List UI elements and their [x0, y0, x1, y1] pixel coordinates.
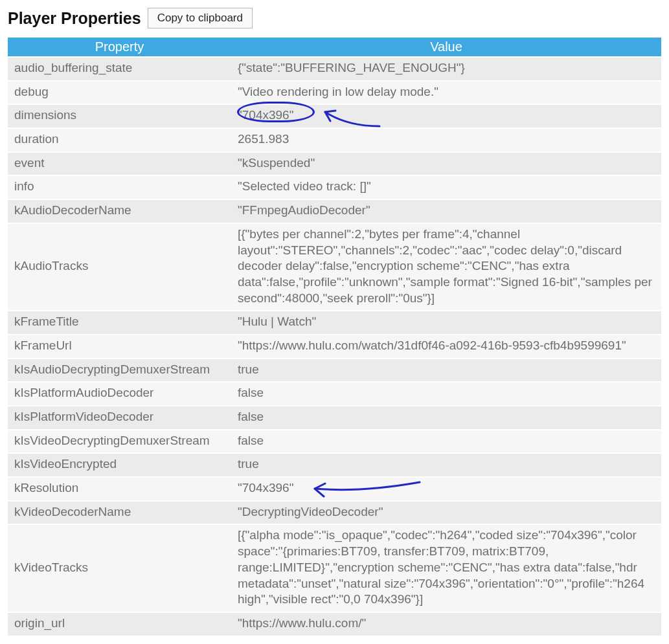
property-cell: origin_url	[8, 612, 231, 636]
table-row: kIsVideoEncryptedtrue	[8, 453, 661, 477]
property-cell: kIsPlatformAudioDecoder	[8, 382, 231, 406]
value-cell: {"state":"BUFFERING_HAVE_ENOUGH"}	[231, 57, 661, 81]
table-row: kFrameTitle"Hulu | Watch"	[8, 311, 661, 335]
property-cell: info	[8, 175, 231, 199]
value-cell: "FFmpegAudioDecoder"	[231, 199, 661, 223]
property-cell: kIsAudioDecryptingDemuxerStream	[8, 359, 231, 383]
table-row: audio_buffering_state{"state":"BUFFERING…	[8, 57, 661, 81]
property-cell: debug	[8, 81, 231, 105]
value-cell: "https://www.hulu.com/watch/31df0f46-a09…	[231, 335, 661, 359]
table-row: event"kSuspended"	[8, 152, 661, 176]
properties-table: Property Value audio_buffering_state{"st…	[8, 38, 661, 637]
value-cell: 2651.983	[231, 128, 661, 152]
property-cell: kAudioDecoderName	[8, 199, 231, 223]
table-row: kVideoDecoderName"DecryptingVideoDecoder…	[8, 501, 661, 525]
table-row: dimensions"704x396"	[8, 104, 661, 128]
value-cell: "704x396"	[231, 104, 661, 128]
value-cell: [{"bytes per channel":2,"bytes per frame…	[231, 223, 661, 311]
value-cell: false	[231, 430, 661, 454]
table-row: kIsPlatformAudioDecoderfalse	[8, 382, 661, 406]
table-row: kResolution"704x396"	[8, 477, 661, 501]
property-cell: kVideoDecoderName	[8, 501, 231, 525]
table-row: kVideoTracks[{"alpha mode":"is_opaque","…	[8, 524, 661, 612]
column-header-value: Value	[231, 38, 661, 57]
property-cell: event	[8, 152, 231, 176]
value-cell: "kSuspended"	[231, 152, 661, 176]
table-row: kIsPlatformVideoDecoderfalse	[8, 406, 661, 430]
table-row: kFrameUrl"https://www.hulu.com/watch/31d…	[8, 335, 661, 359]
value-cell: true	[231, 359, 661, 383]
value-cell: "Video rendering in low delay mode."	[231, 81, 661, 105]
value-cell: [{"alpha mode":"is_opaque","codec":"h264…	[231, 524, 661, 612]
property-cell: kIsPlatformVideoDecoder	[8, 406, 231, 430]
value-cell: "704x396"	[231, 477, 661, 501]
table-row: kAudioTracks[{"bytes per channel":2,"byt…	[8, 223, 661, 311]
value-cell: "DecryptingVideoDecoder"	[231, 501, 661, 525]
table-row: kIsVideoDecryptingDemuxerStreamfalse	[8, 430, 661, 454]
property-cell: audio_buffering_state	[8, 57, 231, 81]
property-cell: kVideoTracks	[8, 524, 231, 612]
table-row: info"Selected video track: []"	[8, 175, 661, 199]
property-cell: duration	[8, 128, 231, 152]
value-cell: true	[231, 453, 661, 477]
table-row: duration2651.983	[8, 128, 661, 152]
value-cell: "Selected video track: []"	[231, 175, 661, 199]
property-cell: kResolution	[8, 477, 231, 501]
value-cell: false	[231, 382, 661, 406]
table-container: Property Value audio_buffering_state{"st…	[8, 38, 661, 637]
value-cell: "https://www.hulu.com/"	[231, 612, 661, 636]
copy-to-clipboard-button[interactable]: Copy to clipboard	[148, 8, 253, 28]
property-cell: kFrameUrl	[8, 335, 231, 359]
header-bar: Player Properties Copy to clipboard	[8, 8, 661, 28]
column-header-property: Property	[8, 38, 231, 57]
property-cell: kIsVideoEncrypted	[8, 453, 231, 477]
value-cell: "Hulu | Watch"	[231, 311, 661, 335]
page-title: Player Properties	[8, 9, 141, 28]
property-cell: kFrameTitle	[8, 311, 231, 335]
property-cell: kIsVideoDecryptingDemuxerStream	[8, 430, 231, 454]
table-row: kAudioDecoderName"FFmpegAudioDecoder"	[8, 199, 661, 223]
table-row: kIsAudioDecryptingDemuxerStreamtrue	[8, 359, 661, 383]
value-cell: false	[231, 406, 661, 430]
table-row: debug"Video rendering in low delay mode.…	[8, 81, 661, 105]
table-row: origin_url"https://www.hulu.com/"	[8, 612, 661, 636]
property-cell: kAudioTracks	[8, 223, 231, 311]
property-cell: dimensions	[8, 104, 231, 128]
